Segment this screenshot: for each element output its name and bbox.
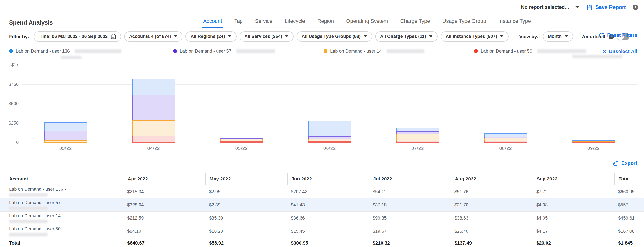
filter-pill-all-usage-type-groups[interactable]: All Usage Type Groups (68) xyxy=(296,31,372,41)
gridline xyxy=(22,143,638,143)
account-name: Lab on Demand - user 57 - xyxy=(9,200,64,205)
filter-pill-label: Accounts 4 (of 674) xyxy=(129,34,171,39)
chevron-down-icon xyxy=(364,35,367,38)
export-label: Export xyxy=(621,160,637,166)
gridline xyxy=(22,104,638,104)
tab-charge-type[interactable]: Charge Type xyxy=(399,18,431,28)
bar-segment-04-22-lab-on-demand-user-136[interactable] xyxy=(132,79,175,96)
value-cell: $660.95 xyxy=(614,185,644,198)
legend-dot-icon xyxy=(474,49,478,53)
view-by-label: View by: xyxy=(519,34,538,39)
redacted-text xyxy=(236,49,275,53)
legend-item-lab-on-demand-user-50[interactable]: Lab on Demand - user 50 xyxy=(474,49,586,54)
tab-account[interactable]: Account xyxy=(202,18,223,28)
filter-pill-accounts-4[interactable]: Accounts 4 (of 674) xyxy=(124,31,182,41)
total-label-cell: Total xyxy=(0,238,64,247)
redacted-text xyxy=(9,207,48,210)
table-header-spacer xyxy=(64,173,124,185)
export-icon xyxy=(613,160,618,166)
value-cell: $207.42 xyxy=(287,185,369,198)
bar-segment-08-22-lab-on-demand-user-50[interactable] xyxy=(484,141,527,143)
tab-lifecycle[interactable]: Lifecycle xyxy=(284,18,306,28)
filter-pill-all-instance-types[interactable]: All Instance Types (507) xyxy=(440,31,508,41)
total-value-cell: $137.49 xyxy=(451,238,533,247)
total-value-cell: $300.95 xyxy=(287,238,369,247)
bar-04-22 xyxy=(132,79,175,143)
chevron-down-icon xyxy=(500,35,504,38)
redacted-text xyxy=(61,56,81,59)
value-cell: $4.05 xyxy=(533,211,614,225)
value-cell xyxy=(64,185,124,198)
legend-item-lab-on-demand-user-14[interactable]: Lab on Demand - user 14 xyxy=(324,49,424,54)
page-header: Spend Analysis AccountTagServiceLifecycl… xyxy=(0,0,644,28)
page-title: Spend Analysis xyxy=(9,19,53,26)
legend-item-lab-on-demand-user-136[interactable]: Lab on Demand - user 136 xyxy=(9,49,121,54)
value-cell: $4.17 xyxy=(533,225,614,238)
redacted-text xyxy=(572,55,622,58)
tab-region[interactable]: Region xyxy=(316,18,335,28)
filter-pill-all-regions[interactable]: All Regions (24) xyxy=(186,31,236,41)
tab-instance-type[interactable]: Instance Type xyxy=(498,18,532,28)
legend-dot-icon xyxy=(9,49,13,53)
refresh-icon xyxy=(598,32,604,38)
total-value-cell: $58.92 xyxy=(206,238,287,247)
reset-filters-button[interactable]: Reset Filters xyxy=(598,32,637,38)
account-cell: Lab on Demand - user 136 - xyxy=(0,185,64,198)
total-value-cell: $840.67 xyxy=(124,238,206,247)
bar-segment-04-22-lab-on-demand-user-14[interactable] xyxy=(132,120,175,137)
tab-service[interactable]: Service xyxy=(254,18,273,28)
value-cell: $51.76 xyxy=(451,185,533,198)
legend-bar: Lab on Demand - user 136Lab on Demand - … xyxy=(0,45,644,61)
bar-segment-03-22-lab-on-demand-user-136[interactable] xyxy=(44,122,87,132)
gridline xyxy=(22,65,638,65)
value-cell: $2.95 xyxy=(206,185,287,198)
total-value-cell: $210.32 xyxy=(369,238,451,247)
value-cell: $212.59 xyxy=(124,211,206,225)
export-button[interactable]: Export xyxy=(613,160,637,166)
chevron-down-icon xyxy=(285,35,288,38)
bar-segment-04-22-lab-on-demand-user-57[interactable] xyxy=(132,95,175,120)
table-header-may-2022: May 2022 xyxy=(206,173,287,185)
x-axis-tick-label: 04/22 xyxy=(138,146,170,151)
filter-pill-all-charge-types[interactable]: All Charge Types (11) xyxy=(375,31,438,41)
bar-segment-06-22-lab-on-demand-user-50[interactable] xyxy=(308,141,351,143)
bar-segment-03-22-lab-on-demand-user-14[interactable] xyxy=(44,140,87,143)
filter-pill-label: All Charge Types (11) xyxy=(380,34,426,39)
bar-segment-07-22-lab-on-demand-user-50[interactable] xyxy=(396,141,439,143)
table-header-aug-2022: Aug 2022 xyxy=(451,173,533,185)
value-cell: $41.43 xyxy=(287,198,369,211)
bar-03-22 xyxy=(44,122,87,143)
legend-dot-icon xyxy=(324,49,328,53)
bar-segment-03-22-lab-on-demand-user-57[interactable] xyxy=(44,131,87,141)
legend-dot-icon xyxy=(173,49,177,53)
summary-table: AccountApr 2022May 2022Jun 2022Jul 2022A… xyxy=(0,173,644,247)
legend-item-lab-on-demand-user-57[interactable]: Lab on Demand - user 57 xyxy=(173,49,275,54)
redacted-text xyxy=(75,49,121,53)
bar-segment-04-22-lab-on-demand-user-50[interactable] xyxy=(132,136,175,143)
filter-by-label: Filter by: xyxy=(9,34,29,39)
bar-segment-05-22-lab-on-demand-user-50[interactable] xyxy=(220,141,263,143)
value-cell: $35.30 xyxy=(206,211,287,225)
bar-segment-09-22-lab-on-demand-user-50[interactable] xyxy=(572,142,615,143)
tab-operating-system[interactable]: Operating System xyxy=(345,18,389,28)
value-cell: $37.18 xyxy=(369,198,451,211)
chevron-down-icon xyxy=(174,35,178,38)
spend-chart: $1k$750$500$250003/2204/2205/2206/2207/2… xyxy=(0,61,644,158)
filter-pill-all-services[interactable]: All Services (254) xyxy=(240,31,294,41)
bar-segment-07-22-lab-on-demand-user-14[interactable] xyxy=(396,134,439,141)
view-by-dropdown[interactable]: Month xyxy=(543,31,573,41)
close-icon: ✕ xyxy=(602,49,606,54)
tab-usage-type-group[interactable]: Usage Type Group xyxy=(442,18,487,28)
value-cell: $54.11 xyxy=(369,185,451,198)
value-cell: $18.28 xyxy=(206,225,287,238)
unselect-all-label: Unselect All xyxy=(609,49,637,54)
y-axis-tick-label: $1k xyxy=(0,62,19,67)
bar-segment-06-22-lab-on-demand-user-136[interactable] xyxy=(308,121,351,137)
tab-tag[interactable]: Tag xyxy=(234,18,244,28)
y-axis-tick-label: $750 xyxy=(0,82,19,87)
value-cell: $2.39 xyxy=(206,198,287,211)
time-filter-pill[interactable]: Time: 06 Mar 2022 - 06 Sep 2022 xyxy=(34,31,121,42)
redacted-text xyxy=(9,233,48,236)
y-axis-tick-label: $250 xyxy=(0,121,19,126)
unselect-all-button[interactable]: ✕ Unselect All xyxy=(602,49,637,54)
